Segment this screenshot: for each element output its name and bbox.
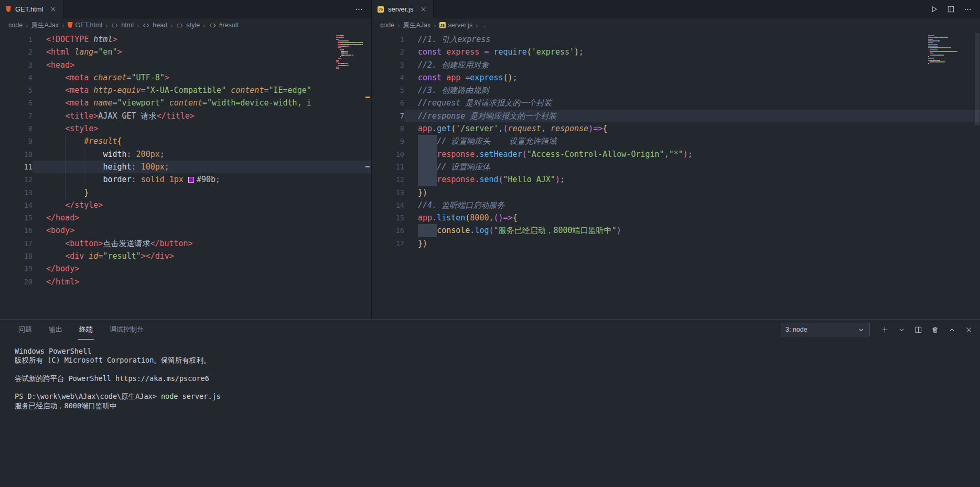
- breadcrumb-item[interactable]: #result: [209, 22, 239, 29]
- breadcrumb-separator: ›: [170, 22, 173, 29]
- panel-tab[interactable]: 调试控制台: [109, 320, 145, 340]
- line-number: 13: [0, 186, 33, 199]
- panel-tab[interactable]: 输出: [48, 320, 63, 340]
- code-line: 9 #result{: [0, 135, 371, 147]
- token: request: [508, 124, 541, 133]
- token: [226, 86, 231, 95]
- token: =: [127, 73, 132, 82]
- token: express: [470, 73, 503, 82]
- run-icon[interactable]: [930, 5, 938, 13]
- code-line: 12 response.send("Hello AJX");: [372, 173, 980, 186]
- line-number: 18: [0, 250, 33, 262]
- overview-ruler-left[interactable]: [364, 32, 371, 319]
- editor-tab[interactable]: JSserver.js: [372, 0, 434, 18]
- line-number: 17: [372, 237, 404, 250]
- line-number: 7: [0, 110, 33, 122]
- chevron-up-icon[interactable]: [948, 326, 956, 334]
- token: (: [522, 150, 527, 159]
- token: ;: [560, 175, 565, 184]
- close-icon[interactable]: [49, 5, 57, 13]
- breadcrumb-item[interactable]: style: [176, 22, 200, 29]
- minimap-right[interactable]: [928, 35, 972, 65]
- more-icon[interactable]: [964, 5, 972, 13]
- token: 100px: [141, 162, 165, 172]
- breadcrumb-item[interactable]: GET.html: [68, 22, 102, 29]
- breadcrumb-item[interactable]: JSserver.js: [439, 22, 473, 29]
- token: </html>: [46, 277, 79, 287]
- breadcrumb-item[interactable]: 原生AJax: [403, 21, 430, 30]
- token: "result": [103, 251, 141, 261]
- token: app: [418, 124, 432, 133]
- kill-terminal-icon[interactable]: [931, 326, 939, 334]
- token: =>: [503, 213, 513, 223]
- code-line-content: <meta name="viewport" content="width=dev…: [33, 97, 371, 109]
- scrollbar-thumb[interactable]: [975, 33, 979, 125]
- split-terminal-icon[interactable]: [914, 326, 922, 334]
- panel-tab[interactable]: 问题: [17, 320, 33, 340]
- tabbar-right: JSserver.js: [372, 0, 980, 18]
- code-line: 16<body>: [0, 224, 371, 237]
- breadcrumb-label: style: [186, 22, 200, 29]
- breadcrumb-item[interactable]: code: [380, 22, 394, 29]
- line-number: 7: [372, 110, 404, 122]
- line-number: 9: [0, 135, 33, 147]
- more-icon[interactable]: [355, 5, 363, 13]
- breadcrumb-item[interactable]: 原生AJax: [31, 21, 59, 30]
- token: get: [437, 124, 451, 133]
- token: (): [503, 73, 513, 82]
- token: </title>: [157, 111, 195, 121]
- token: //response 是对响应报文的一个封装: [418, 111, 556, 121]
- new-terminal-icon[interactable]: [881, 326, 889, 334]
- terminal-select[interactable]: 3: node: [781, 323, 870, 336]
- split-editor-icon[interactable]: [947, 5, 955, 13]
- code-editor-server-js[interactable]: 1//1. 引入express2const express = require(…: [372, 32, 980, 319]
- panel-tab[interactable]: 终端: [78, 320, 94, 340]
- token: ,: [489, 213, 493, 223]
- token: send: [479, 175, 498, 184]
- editor-tab[interactable]: GET.html: [0, 0, 63, 18]
- line-number: 12: [0, 173, 33, 186]
- token: ;: [165, 162, 169, 172]
- close-panel-icon[interactable]: [965, 326, 973, 334]
- close-icon[interactable]: [419, 5, 427, 13]
- breadcrumb-separator: ›: [105, 22, 108, 29]
- breadcrumb-label: #result: [219, 22, 239, 29]
- indent-guide: [65, 135, 84, 147]
- breadcrumb-item[interactable]: ...: [481, 22, 486, 29]
- token: <style>: [65, 124, 98, 133]
- token: <html: [46, 47, 74, 57]
- minimap-left[interactable]: [336, 35, 363, 70]
- line-number: 3: [0, 59, 33, 71]
- terminal-line: 版权所有 (C) Microsoft Corporation。保留所有权利。: [15, 356, 980, 365]
- token: "Access-Control-Allow-Origin": [527, 150, 664, 159]
- breadcrumb-separator: ›: [397, 22, 400, 29]
- chevron-down-icon[interactable]: [898, 326, 906, 334]
- breadcrumb-label: code: [8, 22, 23, 29]
- line-number: 10: [372, 148, 404, 161]
- code-line-content: <meta charset="UTF-8">: [33, 71, 371, 84]
- breadcrumb-item[interactable]: html: [111, 22, 134, 29]
- breadcrumb-item[interactable]: head: [142, 22, 167, 29]
- breadcrumb-item[interactable]: code: [8, 22, 23, 29]
- code-line-content: //3. 创建路由规则: [404, 84, 980, 97]
- terminal-output[interactable]: Windows PowerShell版权所有 (C) Microsoft Cor…: [0, 340, 980, 487]
- terminal-line: [15, 365, 980, 374]
- code-editor-get-html[interactable]: 1<!DOCTYPE html>2<html lang="en">3<head>…: [0, 32, 371, 319]
- code-line-content: // 设置响应头 设置允许跨域: [404, 135, 980, 147]
- code-line-content: border: solid 1px #90b;: [33, 173, 371, 186]
- line-number: 4: [372, 71, 404, 84]
- token: ,: [541, 124, 551, 133]
- token: //4. 监听端口启动服务: [418, 200, 504, 210]
- token: (: [489, 226, 493, 235]
- code-line: 18 <div id="result"></div>: [0, 250, 371, 262]
- file-html-icon: [68, 22, 73, 28]
- code-line-content: app.listen(8000,()=>{: [404, 211, 980, 224]
- terminal-line: Windows PowerShell: [15, 347, 980, 356]
- code-line: 11 // 设置响应体: [372, 161, 980, 173]
- ruler-marker: [365, 166, 370, 167]
- line-number: 2: [372, 46, 404, 58]
- code-line: 15</head>: [0, 211, 371, 224]
- scrollbar-right[interactable]: [973, 32, 980, 319]
- code-line: 10 width: 200px;: [0, 148, 371, 161]
- token: ): [617, 226, 621, 235]
